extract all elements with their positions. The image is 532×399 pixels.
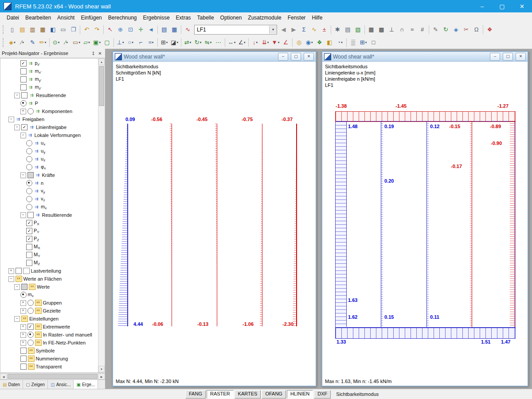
menu-einf-gen[interactable]: Einfügen bbox=[78, 13, 105, 22]
calculation-button[interactable]: ✱ bbox=[332, 24, 343, 35]
nodal-load-button[interactable]: ↓▾ bbox=[250, 37, 260, 47]
tree-item-p[interactable]: ⇉P bbox=[0, 99, 98, 107]
expand-toggle-icon[interactable]: − bbox=[20, 172, 26, 178]
checkbox[interactable] bbox=[20, 348, 27, 354]
loadcase-combobox[interactable]: LF1 ▾ bbox=[194, 25, 277, 35]
expand-toggle-icon[interactable]: − bbox=[20, 133, 26, 138]
checkbox[interactable]: ✓ bbox=[27, 324, 34, 330]
new-solid-button[interactable]: ▣▾ bbox=[92, 37, 102, 47]
radio-button[interactable] bbox=[26, 140, 32, 146]
expand-toggle-icon[interactable]: + bbox=[20, 340, 26, 346]
tree-item-lastverteilung[interactable]: +Lastverteilung bbox=[0, 267, 98, 275]
zoom-by-window-button[interactable]: ⊡ bbox=[125, 24, 136, 35]
scroll-up-icon[interactable]: ▲ bbox=[98, 59, 105, 65]
expand-toggle-icon[interactable]: + bbox=[20, 109, 26, 114]
radio-button[interactable] bbox=[20, 100, 27, 106]
member-hinges-button[interactable]: ∩ bbox=[397, 24, 407, 35]
result-diagrams-button[interactable]: ∿ bbox=[309, 24, 319, 35]
tree-item-freigaben[interactable]: −⇉Freigaben bbox=[0, 115, 98, 123]
move-view-button[interactable]: ✛ bbox=[136, 24, 146, 35]
edit-mode-button[interactable]: ✎ bbox=[27, 37, 38, 47]
statusbar-toggle-kartes[interactable]: KARTES bbox=[235, 390, 261, 399]
previous-loadcase-button[interactable]: ◀ bbox=[278, 24, 289, 35]
graphic-area-n-forces[interactable]: SichtbarkeitsmodusSchnittgrößen N [kN]LF… bbox=[113, 61, 316, 386]
tree-item-m-z[interactable]: MZ bbox=[0, 259, 98, 267]
units-settings-button[interactable]: Ω bbox=[471, 24, 481, 35]
checkbox[interactable] bbox=[27, 172, 34, 178]
rotate-copy-button[interactable]: ↻▾ bbox=[193, 37, 203, 47]
tree-vertical-scrollbar[interactable]: ▲ ▼ bbox=[98, 58, 105, 373]
new-model-button[interactable]: ▯ bbox=[7, 24, 17, 35]
surface-load-button[interactable]: ▼▾ bbox=[270, 37, 281, 47]
statusbar-toggle-dxf[interactable]: DXF bbox=[314, 390, 331, 399]
child-close-button[interactable]: ✕ bbox=[304, 53, 314, 61]
child-window-titlebar[interactable]: Wood shear wall* – ▢ ✕ bbox=[322, 52, 528, 61]
window-arrange-button[interactable]: ⊞▾ bbox=[358, 37, 368, 47]
tree-item-p-y[interactable]: ✓PY bbox=[0, 227, 98, 235]
move-copy-button[interactable]: ⇄▾ bbox=[183, 37, 193, 47]
mirror-copy-button[interactable]: ⇋▾ bbox=[203, 37, 213, 47]
checkbox[interactable] bbox=[20, 356, 27, 362]
tree-item-p-z[interactable]: ✓PZ bbox=[0, 235, 98, 243]
toolbar-grip[interactable] bbox=[3, 38, 5, 47]
tree-item-resultierende[interactable]: −⇉Resultierende bbox=[0, 211, 98, 219]
tree-item-m-y[interactable]: MY bbox=[0, 251, 98, 259]
expand-toggle-icon[interactable]: − bbox=[8, 276, 14, 282]
measure-angle-button[interactable]: ∠▾ bbox=[237, 37, 247, 47]
new-hinge-button[interactable]: ○▾ bbox=[125, 37, 136, 47]
snap-settings-button[interactable]: ◈▾ bbox=[7, 37, 17, 47]
tree-item-gezielte[interactable]: +xxGezielte bbox=[0, 307, 98, 315]
tree-item-gruppen[interactable]: +xxGruppen bbox=[0, 299, 98, 307]
next-loadcase-button[interactable]: ▶ bbox=[289, 24, 299, 35]
select-objects-button[interactable]: ↖ bbox=[105, 24, 115, 35]
menu-zusatzmodule[interactable]: Zusatzmodule bbox=[245, 13, 284, 22]
checkbox[interactable] bbox=[21, 92, 27, 98]
expand-toggle-icon[interactable]: − bbox=[8, 117, 14, 122]
imperfection-button[interactable]: ∠ bbox=[281, 37, 291, 47]
background-layers-button[interactable]: ▒ bbox=[348, 37, 358, 47]
copy-graphic-button[interactable]: ❐ bbox=[68, 24, 78, 35]
child-maximize-button[interactable]: ▢ bbox=[503, 53, 513, 61]
tree-item-u-y[interactable]: ⇉uy bbox=[0, 147, 98, 155]
close-panel-icon[interactable]: ✕ bbox=[97, 50, 103, 57]
radio-button[interactable] bbox=[27, 340, 34, 346]
child-window-titlebar[interactable]: Wood shear wall* – ▢ ✕ bbox=[113, 52, 316, 61]
menu-berechnung[interactable]: Berechnung bbox=[105, 13, 140, 22]
nav-tab-erge[interactable]: ▣Erge... bbox=[74, 380, 98, 389]
scrollbar-thumb[interactable] bbox=[8, 374, 98, 379]
divide-button[interactable]: ⋯ bbox=[213, 37, 223, 47]
tree-item-extremwerte[interactable]: +✓xxExtremwerte bbox=[0, 323, 98, 331]
menu-tabelle[interactable]: Tabelle bbox=[194, 13, 217, 22]
zoom-in-button[interactable]: ⊕ bbox=[115, 24, 125, 35]
radio-button[interactable] bbox=[27, 308, 34, 314]
result-window-line-releases[interactable]: Wood shear wall* – ▢ ✕ Sichtbarkeitsmodu… bbox=[321, 51, 528, 387]
expand-toggle-icon[interactable]: − bbox=[14, 125, 20, 130]
checkbox[interactable] bbox=[26, 252, 32, 258]
extreme-values-button[interactable]: ± bbox=[319, 24, 329, 35]
menu-ergebnisse[interactable]: Ergebnisse bbox=[140, 13, 173, 22]
expand-toggle-icon[interactable]: − bbox=[14, 284, 20, 290]
nav-tab-zeigen[interactable]: ▢Zeigen bbox=[23, 380, 48, 389]
tree-item-p-x[interactable]: ✓PX bbox=[0, 219, 98, 227]
print-graphic-button[interactable]: ▭ bbox=[58, 24, 68, 35]
tree-item-n[interactable]: ⇉n bbox=[0, 179, 98, 187]
fe-mesh-refinement-button[interactable]: ▩ bbox=[376, 24, 387, 35]
tree-item-nummerierung[interactable]: xxNummerierung bbox=[0, 355, 98, 363]
checkbox[interactable] bbox=[16, 268, 22, 274]
redo-button[interactable]: ↷ bbox=[92, 24, 102, 35]
checkbox[interactable] bbox=[27, 212, 34, 218]
expand-toggle-icon[interactable]: + bbox=[20, 324, 26, 330]
child-close-button[interactable]: ✕ bbox=[516, 53, 526, 61]
expand-toggle-icon[interactable]: + bbox=[8, 268, 14, 274]
scrollbar-thumb[interactable] bbox=[99, 66, 104, 106]
radio-button[interactable] bbox=[26, 148, 32, 154]
menu-fenster[interactable]: Fenster bbox=[285, 13, 309, 22]
tree-item-m-x[interactable]: MX bbox=[0, 243, 98, 251]
dimensions-button[interactable]: ↔▾ bbox=[227, 37, 237, 47]
comments-button[interactable]: ✏▾ bbox=[38, 37, 48, 47]
tree-item-v-y[interactable]: ⇉vy bbox=[0, 187, 98, 195]
open-project-button[interactable]: ▤ bbox=[17, 24, 27, 35]
project-manager-button[interactable]: ▥ bbox=[27, 24, 38, 35]
printout-report-button[interactable]: ▤ bbox=[343, 24, 353, 35]
display-properties-button[interactable]: ❖ bbox=[314, 37, 325, 47]
